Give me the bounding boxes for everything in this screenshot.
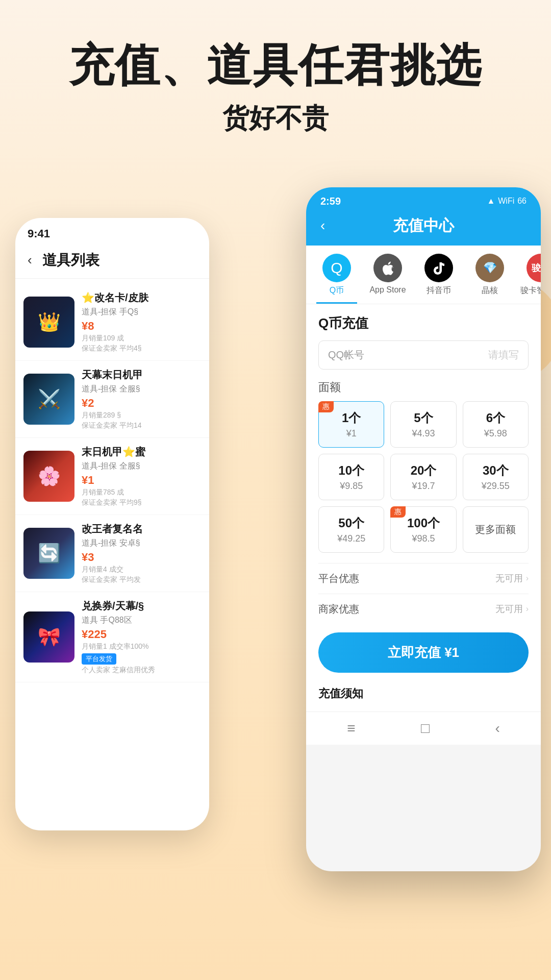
right-phone-nav: ‹ 充值中心 xyxy=(306,211,541,246)
battery-icon: 66 xyxy=(517,197,527,206)
item-icon: 👑 xyxy=(23,297,74,348)
tab-crystal[interactable]: 💎 晶核 xyxy=(469,254,510,304)
right-phone-status: 2:59 ▲ WiFi 66 xyxy=(306,187,541,211)
item-price: ¥1 xyxy=(82,474,201,487)
denom-100[interactable]: 惠 100个 ¥98.5 xyxy=(390,506,456,553)
right-status-time: 2:59 xyxy=(320,195,341,207)
item-extra: 保证金卖家 平均4§ xyxy=(82,344,201,353)
merchant-discount-label: 商家优惠 xyxy=(318,602,359,616)
left-phone-header: ‹ 道具列表 xyxy=(15,246,209,279)
denomination-grid: 惠 1个 ¥1 5个 ¥4.93 6个 ¥5.98 10个 ¥9.85 xyxy=(318,401,529,553)
item-name: ⭐改名卡/皮肤 xyxy=(82,291,201,305)
item-price: ¥225 xyxy=(82,628,201,641)
item-name: 末日机甲⭐蜜 xyxy=(82,445,201,459)
list-item[interactable]: 🌸 末日机甲⭐蜜 道具-担保 全服§ ¥1 月销量785 成 保证金卖家 平均9… xyxy=(15,438,209,515)
item-name: 兑换券/天幕/§ xyxy=(82,599,201,613)
denom-price: ¥19.7 xyxy=(396,481,450,492)
signal-icon: ▲ xyxy=(487,197,495,206)
home-icon[interactable]: □ xyxy=(421,720,430,737)
input-placeholder: 请填写 xyxy=(488,348,519,362)
item-price: ¥3 xyxy=(82,551,201,564)
menu-icon[interactable]: ≡ xyxy=(347,720,355,737)
item-extra: 保证金卖家 平均发 xyxy=(82,575,201,584)
item-price: ¥8 xyxy=(82,320,201,333)
left-back-arrow[interactable]: ‹ xyxy=(28,252,32,268)
right-nav-title: 充值中心 xyxy=(393,215,454,236)
list-item[interactable]: ⚔️ 天幕末日机甲 道具-担保 全服§ ¥2 月销量289 § 保证金卖家 平均… xyxy=(15,361,209,438)
denom-price: ¥29.55 xyxy=(468,481,523,492)
denom-price: ¥1 xyxy=(324,428,379,439)
denom-30[interactable]: 30个 ¥29.55 xyxy=(463,454,529,500)
item-extra: 保证金卖家 平均9§ xyxy=(82,498,201,507)
denom-price: ¥4.93 xyxy=(396,428,450,439)
denom-5[interactable]: 5个 ¥4.93 xyxy=(390,401,456,448)
section-title: Q币充值 xyxy=(318,314,529,332)
denom-count: 30个 xyxy=(468,462,523,479)
merchant-discount[interactable]: 商家优惠 无可用 › xyxy=(318,594,529,624)
denomination-title: 面额 xyxy=(318,380,529,395)
qq-icon: Q xyxy=(322,254,351,282)
item-info: 兑换券/天幕/§ 道具 手Q88区 ¥225 月销量1 成交率100% 平台发货… xyxy=(82,599,201,675)
item-image: 🌸 xyxy=(23,451,74,502)
item-icon: ⚔️ xyxy=(23,374,74,425)
denom-50[interactable]: 50个 ¥49.25 xyxy=(318,506,384,553)
item-sales: 月销量109 成 xyxy=(82,334,201,343)
item-image: 👑 xyxy=(23,297,74,348)
denom-price: ¥5.98 xyxy=(468,428,523,439)
item-sales: 月销量4 成交 xyxy=(82,565,201,574)
back-icon[interactable]: ‹ xyxy=(495,720,499,737)
item-sales: 月销量289 § xyxy=(82,411,201,420)
platform-discount-value: 无可用 › xyxy=(495,572,529,584)
denom-count: 50个 xyxy=(324,515,379,531)
hero-section: 充值、道具任君挑选 货好不贵 xyxy=(0,0,551,157)
item-image: 🎀 xyxy=(23,611,74,663)
right-phone: 2:59 ▲ WiFi 66 ‹ 充值中心 Q Q币 xyxy=(306,187,541,871)
denom-20[interactable]: 20个 ¥19.7 xyxy=(390,454,456,500)
wifi-icon: WiFi xyxy=(498,197,514,206)
denom-count: 10个 xyxy=(324,462,379,479)
tiktok-icon xyxy=(424,254,453,282)
item-icon: 🔄 xyxy=(23,528,74,579)
item-image: 🔄 xyxy=(23,528,74,579)
right-status-icons: ▲ WiFi 66 xyxy=(487,197,527,206)
item-list: 👑 ⭐改名卡/皮肤 道具-担保 手Q§ ¥8 月销量109 成 保证金卖家 平均… xyxy=(15,279,209,688)
item-image: ⚔️ xyxy=(23,374,74,425)
left-phone: 9:41 ‹ 道具列表 👑 ⭐改名卡/皮肤 道具-担保 手Q§ ¥8 月销量10… xyxy=(15,218,209,830)
denom-1[interactable]: 惠 1个 ¥1 xyxy=(318,401,384,448)
tab-junka[interactable]: 骏卡 骏卡智充卡 xyxy=(520,254,541,304)
chevron-right-icon: › xyxy=(526,604,529,614)
denom-more[interactable]: 更多面额 xyxy=(463,506,529,553)
list-item[interactable]: 🎀 兑换券/天幕/§ 道具 手Q88区 ¥225 月销量1 成交率100% 平台… xyxy=(15,592,209,682)
qq-account-input[interactable]: QQ帐号 请填写 xyxy=(318,340,529,370)
denom-10[interactable]: 10个 ¥9.85 xyxy=(318,454,384,500)
denom-6[interactable]: 6个 ¥5.98 xyxy=(463,401,529,448)
denom-count: 20个 xyxy=(396,462,450,479)
recharge-button[interactable]: 立即充值 ¥1 xyxy=(318,632,529,673)
item-desc: 道具 手Q88区 xyxy=(82,615,201,626)
tab-tiktok[interactable]: 抖音币 xyxy=(418,254,459,304)
right-back-button[interactable]: ‹ xyxy=(320,217,325,234)
item-name: 改王者复名名 xyxy=(82,522,201,536)
denom-badge: 惠 xyxy=(390,506,406,518)
item-extra: 个人卖家 芝麻信用优秀 xyxy=(82,666,201,675)
item-name: 天幕末日机甲 xyxy=(82,368,201,382)
item-desc: 道具-担保 全服§ xyxy=(82,384,201,395)
item-icon: 🌸 xyxy=(23,451,74,502)
denom-count: 100个 xyxy=(396,515,450,531)
list-item[interactable]: 👑 ⭐改名卡/皮肤 道具-担保 手Q§ ¥8 月销量109 成 保证金卖家 平均… xyxy=(15,284,209,361)
denom-price: ¥49.25 xyxy=(324,533,379,544)
left-phone-title: 道具列表 xyxy=(42,251,99,270)
tab-appstore[interactable]: App Store xyxy=(367,254,408,304)
item-desc: 道具-担保 安卓§ xyxy=(82,538,201,549)
item-info: 末日机甲⭐蜜 道具-担保 全服§ ¥1 月销量785 成 保证金卖家 平均9§ xyxy=(82,445,201,507)
right-phone-header-bg: 2:59 ▲ WiFi 66 ‹ 充值中心 xyxy=(306,187,541,246)
more-label: 更多面额 xyxy=(475,523,516,536)
notice-title: 充值须知 xyxy=(318,681,529,701)
hero-title: 充值、道具任君挑选 xyxy=(20,41,531,90)
input-label: QQ帐号 xyxy=(328,348,488,362)
list-item[interactable]: 🔄 改王者复名名 道具-担保 安卓§ ¥3 月销量4 成交 保证金卖家 平均发 xyxy=(15,515,209,592)
tab-qq[interactable]: Q Q币 xyxy=(316,254,357,304)
platform-discount[interactable]: 平台优惠 无可用 › xyxy=(318,563,529,594)
denom-count: 6个 xyxy=(468,410,523,426)
chevron-right-icon: › xyxy=(526,574,529,583)
